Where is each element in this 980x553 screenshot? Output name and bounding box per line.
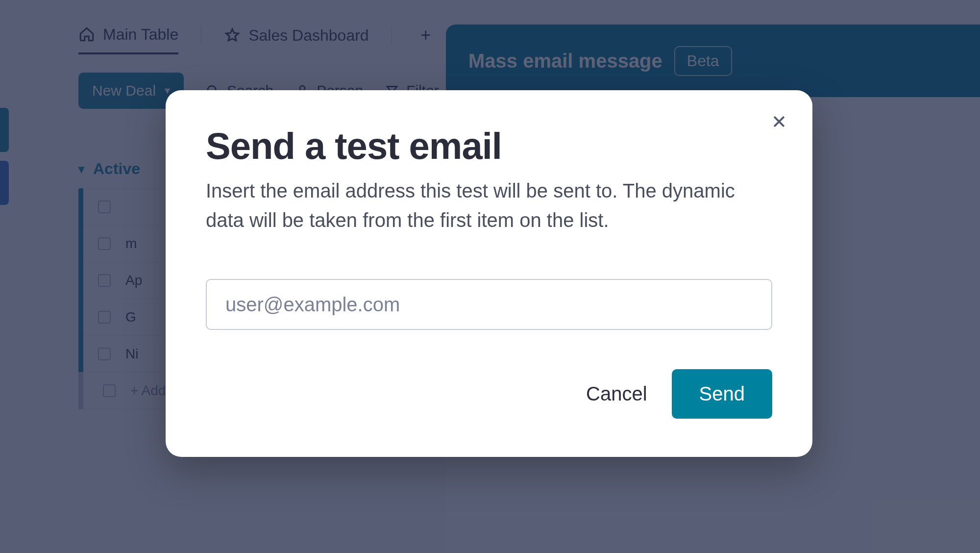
- dialog-actions: Cancel Send: [206, 369, 772, 419]
- dialog-title: Send a test email: [206, 125, 772, 167]
- close-button[interactable]: [765, 108, 793, 135]
- send-test-email-dialog: Send a test email Insert the email addre…: [166, 90, 812, 457]
- cancel-button[interactable]: Cancel: [586, 383, 647, 405]
- close-icon: [771, 113, 787, 130]
- test-email-input[interactable]: [206, 279, 772, 330]
- send-button[interactable]: Send: [672, 369, 772, 419]
- dialog-description: Insert the email address this test will …: [206, 176, 755, 235]
